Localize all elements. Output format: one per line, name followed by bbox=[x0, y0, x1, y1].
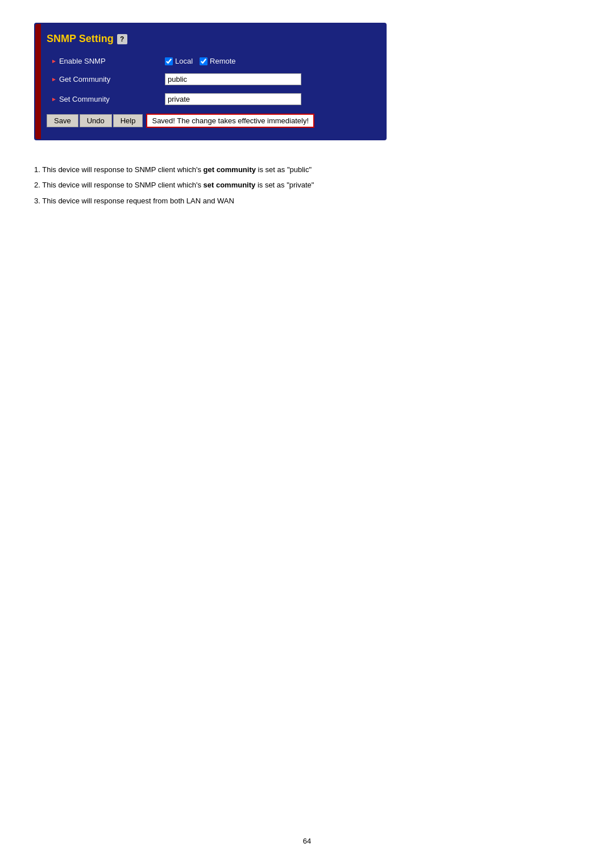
set-community-label: ► Set Community bbox=[51, 95, 165, 103]
get-community-label-cell: ► Get Community bbox=[51, 75, 165, 84]
enable-snmp-controls: Local Remote bbox=[165, 57, 370, 65]
undo-button[interactable]: Undo bbox=[80, 114, 112, 127]
get-community-label: ► Get Community bbox=[51, 75, 165, 84]
panel-title: SNMP Setting ? bbox=[47, 33, 374, 45]
set-community-label-cell: ► Set Community bbox=[51, 95, 165, 103]
note-3: 3. This device will response request fro… bbox=[34, 194, 314, 207]
arrow-icon-enable: ► bbox=[51, 58, 57, 64]
remote-checkbox[interactable] bbox=[200, 57, 208, 65]
checkbox-group: Local Remote bbox=[165, 57, 370, 65]
set-community-row: ► Set Community bbox=[47, 90, 374, 108]
get-community-input[interactable] bbox=[165, 73, 301, 85]
form-rows-container: ► Enable SNMP Local Remote bbox=[47, 54, 374, 108]
get-community-row: ► Get Community bbox=[47, 70, 374, 88]
remote-checkbox-label[interactable]: Remote bbox=[200, 57, 236, 65]
panel-title-text: SNMP Setting bbox=[47, 33, 114, 45]
button-row: Save Undo Help Saved! The change takes e… bbox=[47, 114, 374, 128]
save-message: Saved! The change takes effective immedi… bbox=[146, 114, 314, 128]
enable-snmp-row: ► Enable SNMP Local Remote bbox=[47, 54, 374, 68]
get-community-input-cell bbox=[165, 73, 370, 85]
note-2: 2. This device will response to SNMP cli… bbox=[34, 178, 314, 191]
arrow-icon-set: ► bbox=[51, 96, 57, 102]
snmp-panel: SNMP Setting ? ► Enable SNMP Local bbox=[34, 23, 387, 140]
help-icon[interactable]: ? bbox=[117, 34, 127, 44]
page-number: 64 bbox=[303, 837, 311, 845]
arrow-icon-get: ► bbox=[51, 76, 57, 82]
local-checkbox[interactable] bbox=[165, 57, 173, 65]
notes-section: 1. This device will response to SNMP cli… bbox=[34, 163, 314, 210]
set-community-input-cell bbox=[165, 93, 370, 105]
help-button[interactable]: Help bbox=[113, 114, 143, 127]
save-button[interactable]: Save bbox=[47, 114, 78, 127]
enable-snmp-label-cell: ► Enable SNMP bbox=[51, 57, 165, 65]
side-bar-indicator bbox=[35, 24, 41, 139]
page-container: SNMP Setting ? ► Enable SNMP Local bbox=[34, 23, 580, 210]
set-community-input[interactable] bbox=[165, 93, 301, 105]
enable-snmp-label: ► Enable SNMP bbox=[51, 57, 165, 65]
local-checkbox-label[interactable]: Local bbox=[165, 57, 193, 65]
note-1: 1. This device will response to SNMP cli… bbox=[34, 163, 314, 176]
